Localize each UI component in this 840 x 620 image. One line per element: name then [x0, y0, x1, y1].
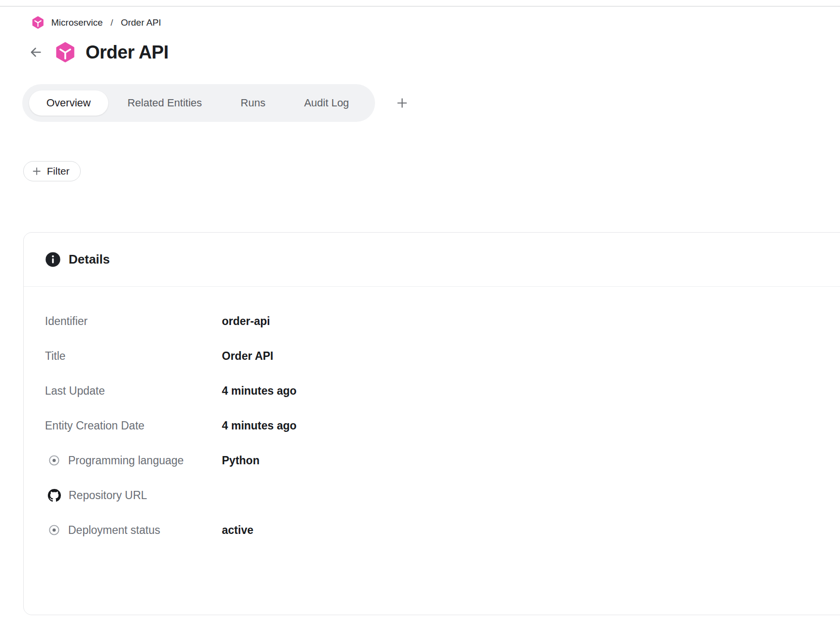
detail-label: Programming language	[68, 454, 184, 467]
breadcrumb-item-microservice[interactable]: Microservice	[51, 17, 103, 28]
plus-icon	[395, 96, 409, 110]
back-arrow-icon	[29, 45, 43, 59]
detail-value: 4 minutes ago	[222, 384, 297, 398]
detail-value: 4 minutes ago	[222, 419, 297, 432]
details-card: Details Identifier order-api Title Order…	[23, 232, 840, 615]
entity-cube-icon	[55, 42, 76, 63]
tab-audit-log[interactable]: Audit Log	[285, 90, 368, 116]
plus-icon	[31, 166, 42, 177]
detail-row-title: Title Order API	[24, 339, 840, 373]
detail-row-deployment-status: Deployment status active	[24, 513, 840, 547]
detail-row-identifier: Identifier order-api	[24, 304, 840, 339]
page: Microservice / Order API Order	[0, 0, 840, 620]
radio-icon	[48, 524, 60, 536]
filter-button-label: Filter	[47, 165, 70, 177]
detail-value: order-api	[222, 315, 270, 328]
add-tab-button[interactable]	[395, 96, 409, 110]
github-icon	[48, 489, 61, 502]
entity-header: Order API	[27, 42, 168, 63]
detail-value: Python	[222, 454, 260, 467]
tab-pill-group: Overview Related Entities Runs Audit Log	[22, 84, 375, 122]
details-rows: Identifier order-api Title Order API Las…	[24, 287, 840, 547]
detail-row-repository-url: Repository URL	[24, 478, 840, 513]
filter-button[interactable]: Filter	[23, 161, 81, 181]
details-card-header: Details	[24, 233, 840, 287]
details-card-title: Details	[69, 252, 110, 267]
radio-icon	[48, 454, 60, 467]
tab-overview[interactable]: Overview	[29, 90, 108, 116]
detail-label: Deployment status	[68, 524, 160, 537]
detail-value: Order API	[222, 350, 274, 363]
detail-value: active	[222, 524, 253, 537]
detail-label: Entity Creation Date	[45, 419, 145, 432]
detail-label: Title	[45, 350, 66, 363]
page-title: Order API	[86, 42, 168, 63]
detail-row-last-update: Last Update 4 minutes ago	[24, 373, 840, 408]
detail-row-entity-creation-date: Entity Creation Date 4 minutes ago	[24, 408, 840, 443]
detail-label: Identifier	[45, 315, 87, 328]
breadcrumb-separator: /	[110, 17, 114, 28]
breadcrumb-item-order-api: Order API	[121, 17, 161, 28]
tab-runs[interactable]: Runs	[221, 90, 285, 116]
breadcrumb: Microservice / Order API	[29, 16, 161, 29]
detail-row-programming-language: Programming language Python	[24, 443, 840, 478]
top-divider	[0, 6, 840, 7]
microservice-cube-icon	[31, 16, 44, 29]
tab-bar: Overview Related Entities Runs Audit Log	[22, 84, 409, 122]
detail-label: Repository URL	[69, 489, 147, 502]
back-button[interactable]	[27, 43, 45, 61]
info-icon	[45, 251, 61, 267]
detail-label: Last Update	[45, 384, 105, 398]
tab-related-entities[interactable]: Related Entities	[108, 90, 221, 116]
